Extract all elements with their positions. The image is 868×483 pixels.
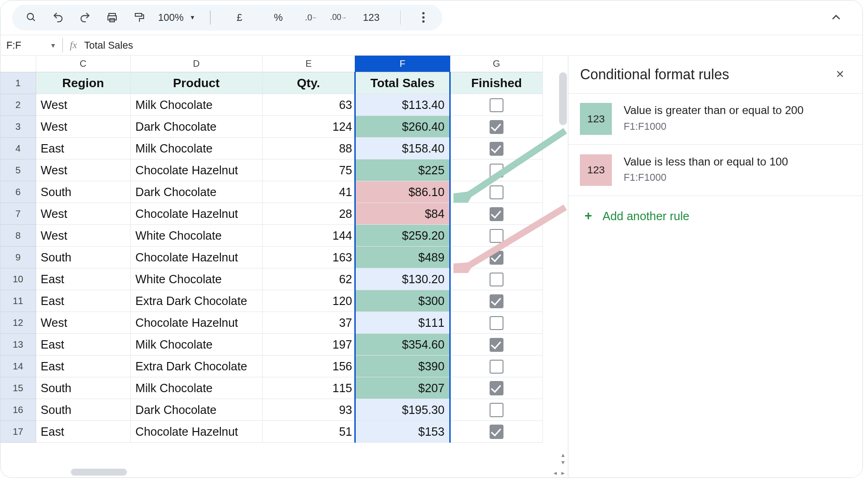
- checkbox[interactable]: [490, 251, 503, 265]
- cell-region[interactable]: East: [36, 138, 130, 159]
- format-123-button[interactable]: 123: [357, 12, 385, 24]
- cell-qty[interactable]: 124: [262, 116, 355, 138]
- cell-product[interactable]: Milk Chocolate: [131, 138, 262, 159]
- cell-qty[interactable]: 93: [262, 399, 355, 421]
- cell-region[interactable]: East: [36, 334, 130, 356]
- cell-product[interactable]: Milk Chocolate: [131, 377, 262, 399]
- cell-product[interactable]: Extra Dark Chocolate: [131, 290, 262, 312]
- cell-region[interactable]: East: [36, 268, 130, 290]
- cell-finished[interactable]: [450, 377, 543, 399]
- close-icon[interactable]: ✕: [833, 68, 847, 81]
- cell-total-sales[interactable]: $489: [355, 247, 450, 268]
- cell-qty[interactable]: 197: [262, 334, 355, 356]
- cell-region[interactable]: West: [36, 312, 130, 334]
- scroll-right-icon[interactable]: ▸: [560, 469, 566, 477]
- decrease-decimal-button[interactable]: .0←: [303, 9, 320, 26]
- conditional-rule[interactable]: 123 Value is greater than or equal to 20…: [568, 94, 862, 145]
- cell-region[interactable]: East: [36, 356, 130, 377]
- cell-product[interactable]: Extra Dark Chocolate: [131, 356, 262, 377]
- cell-product[interactable]: White Chocolate: [131, 268, 262, 290]
- checkbox[interactable]: [490, 229, 503, 243]
- checkbox[interactable]: [490, 98, 503, 112]
- cell-qty[interactable]: 75: [262, 159, 355, 181]
- cell-region[interactable]: West: [36, 159, 130, 181]
- checkbox[interactable]: [490, 185, 503, 199]
- cell-total-sales[interactable]: $260.40: [355, 116, 450, 138]
- redo-icon[interactable]: [77, 9, 94, 26]
- row-header[interactable]: 9: [0, 247, 36, 268]
- more-icon[interactable]: [415, 9, 432, 26]
- cell-qty[interactable]: 156: [262, 356, 355, 377]
- cell-finished[interactable]: [450, 116, 543, 138]
- cell-region[interactable]: West: [36, 203, 130, 225]
- checkbox[interactable]: [490, 316, 503, 330]
- cell-finished[interactable]: [450, 247, 543, 268]
- cell-region[interactable]: East: [36, 290, 130, 312]
- row-header[interactable]: 15: [0, 377, 36, 399]
- cell-total-sales[interactable]: $86.10: [355, 181, 450, 203]
- checkbox[interactable]: [490, 207, 503, 221]
- cell-qty[interactable]: 41: [262, 181, 355, 203]
- cell-qty[interactable]: 88: [262, 138, 355, 159]
- row-header[interactable]: 8: [0, 225, 36, 247]
- row-header[interactable]: 17: [0, 421, 36, 443]
- cell-total-sales[interactable]: $300: [355, 290, 450, 312]
- spreadsheet-grid[interactable]: CDEFG1RegionProductQty.Total SalesFinish…: [0, 56, 568, 477]
- row-header[interactable]: 11: [0, 290, 36, 312]
- select-all-corner[interactable]: [0, 56, 36, 72]
- checkbox[interactable]: [490, 338, 503, 352]
- cell-region[interactable]: West: [36, 94, 130, 116]
- cell-finished[interactable]: [450, 290, 543, 312]
- cell-region[interactable]: West: [36, 116, 130, 138]
- row-header[interactable]: 1: [0, 72, 36, 94]
- scroll-left-icon[interactable]: ◂: [552, 469, 559, 477]
- scroll-down-icon[interactable]: ▾: [559, 459, 567, 466]
- checkbox[interactable]: [490, 164, 503, 178]
- cell-qty[interactable]: 120: [262, 290, 355, 312]
- row-header[interactable]: 3: [0, 116, 36, 138]
- cell-total-sales[interactable]: $259.20: [355, 225, 450, 247]
- cell-qty[interactable]: 63: [262, 94, 355, 116]
- checkbox[interactable]: [490, 294, 503, 308]
- name-box[interactable]: F:F ▼: [0, 39, 62, 51]
- cell-total-sales[interactable]: $195.30: [355, 399, 450, 421]
- print-icon[interactable]: [104, 9, 120, 26]
- cell-finished[interactable]: [450, 159, 543, 181]
- cell-finished[interactable]: [450, 225, 543, 247]
- cell-product[interactable]: Chocolate Hazelnut: [131, 421, 262, 443]
- vertical-scrollbar[interactable]: [559, 72, 567, 125]
- cell-product[interactable]: Chocolate Hazelnut: [131, 247, 262, 268]
- cell-total-sales[interactable]: $225: [355, 159, 450, 181]
- increase-decimal-button[interactable]: .00→: [330, 9, 347, 26]
- row-header[interactable]: 10: [0, 268, 36, 290]
- checkbox[interactable]: [490, 120, 503, 134]
- row-header[interactable]: 4: [0, 138, 36, 159]
- horizontal-scrollbar[interactable]: [36, 468, 554, 477]
- column-header-F[interactable]: F: [355, 56, 450, 72]
- row-header[interactable]: 5: [0, 159, 36, 181]
- cell-finished[interactable]: [450, 399, 543, 421]
- cell-qty[interactable]: 115: [262, 377, 355, 399]
- row-header[interactable]: 16: [0, 399, 36, 421]
- conditional-rule[interactable]: 123 Value is less than or equal to 100 F…: [568, 145, 862, 196]
- cell-finished[interactable]: [450, 312, 543, 334]
- cell-product[interactable]: Milk Chocolate: [131, 94, 262, 116]
- header-cell[interactable]: Finished: [450, 72, 543, 94]
- header-cell[interactable]: Product: [131, 72, 262, 94]
- paint-format-icon[interactable]: [131, 9, 148, 26]
- row-header[interactable]: 13: [0, 334, 36, 356]
- zoom-dropdown[interactable]: 100% ▼: [158, 12, 195, 24]
- column-header-G[interactable]: G: [450, 56, 543, 72]
- scroll-up-icon[interactable]: ▴: [559, 451, 567, 458]
- cell-qty[interactable]: 62: [262, 268, 355, 290]
- cell-product[interactable]: Chocolate Hazelnut: [131, 203, 262, 225]
- cell-qty[interactable]: 51: [262, 421, 355, 443]
- currency-button[interactable]: £: [225, 12, 253, 24]
- cell-product[interactable]: White Chocolate: [131, 225, 262, 247]
- cell-total-sales[interactable]: $158.40: [355, 138, 450, 159]
- header-cell[interactable]: Qty.: [262, 72, 355, 94]
- cell-finished[interactable]: [450, 94, 543, 116]
- checkbox[interactable]: [490, 273, 503, 286]
- cell-total-sales[interactable]: $153: [355, 421, 450, 443]
- cell-total-sales[interactable]: $354.60: [355, 334, 450, 356]
